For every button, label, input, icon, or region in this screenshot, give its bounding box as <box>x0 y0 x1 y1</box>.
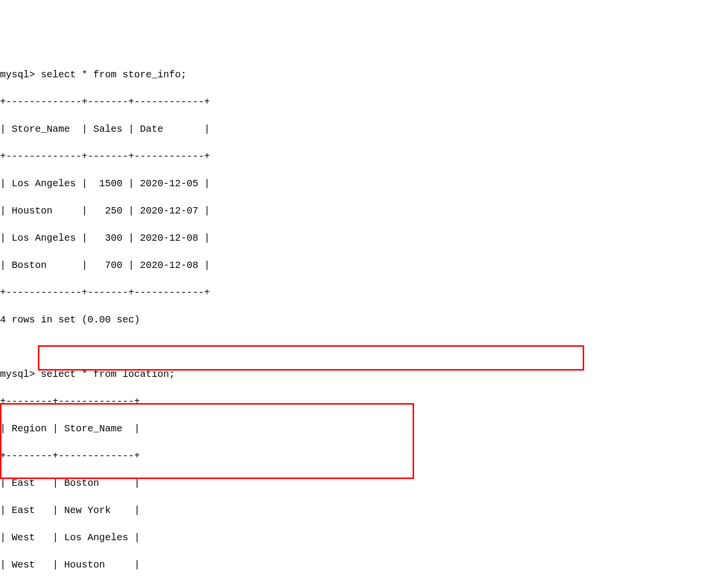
table-row: | Los Angeles | 300 | 2020-12-08 | <box>0 231 728 245</box>
table-row: | Houston | 250 | 2020-12-07 | <box>0 204 728 218</box>
terminal-output: mysql> select * from store_info; +------… <box>0 54 728 585</box>
table-border: +-------------+-------+------------+ <box>0 286 728 300</box>
table-row: | East | New York | <box>0 504 728 517</box>
blank-line <box>0 340 728 354</box>
table-border: +--------+-------------+ <box>0 449 728 463</box>
highlight-box-result <box>0 403 414 479</box>
sql-query-1: select * from store_info; <box>41 69 187 80</box>
table-border: +--------+-------------+ <box>0 395 728 408</box>
table-row: | East | Boston | <box>0 477 728 490</box>
table-row: | West | Los Angeles | <box>0 531 728 545</box>
table-row: | West | Houston | <box>0 558 728 572</box>
table-header: | Store_Name | Sales | Date | <box>0 123 728 136</box>
table-border: +-------------+-------+------------+ <box>0 95 728 109</box>
prompt: mysql> <box>0 69 35 80</box>
sql-query-2: select * from location; <box>41 369 175 380</box>
table-row: | Boston | 700 | 2020-12-08 | <box>0 259 728 272</box>
table-header: | Region | Store_Name | <box>0 422 728 436</box>
prompt: mysql> <box>0 369 35 380</box>
query-line-1: mysql> select * from store_info; <box>0 68 728 82</box>
query-line-2: mysql> select * from location; <box>0 368 728 381</box>
status-text: 4 rows in set (0.00 sec) <box>0 313 728 327</box>
table-row: | Los Angeles | 1500 | 2020-12-05 | <box>0 177 728 191</box>
table-border: +-------------+-------+------------+ <box>0 150 728 163</box>
